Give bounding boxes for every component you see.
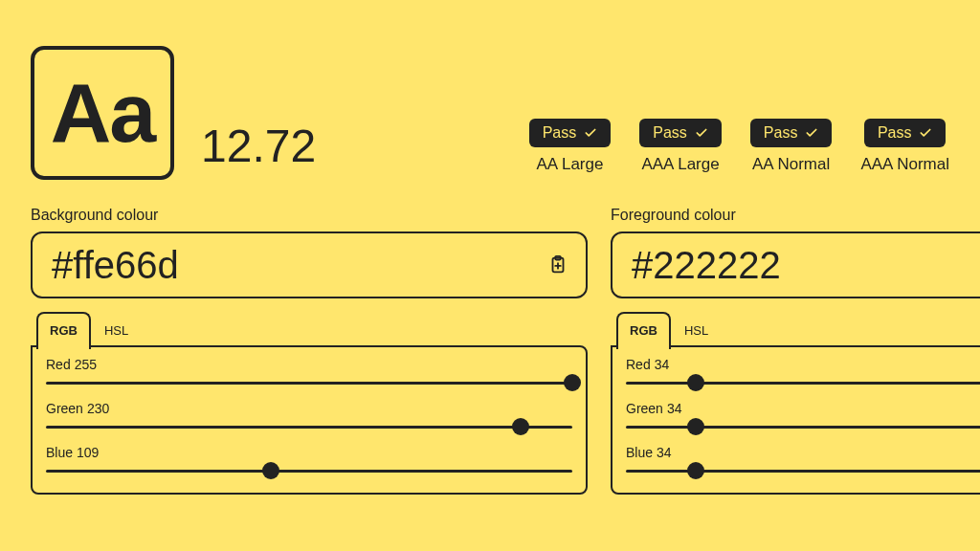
badge-status: Pass — [878, 124, 912, 142]
badge-aa-large: Pass — [529, 119, 612, 147]
slider-green[interactable] — [46, 418, 572, 435]
slider-value: 255 — [75, 357, 97, 372]
slider-value: 34 — [655, 357, 670, 372]
slider-label: Red — [626, 357, 651, 372]
slider-blue[interactable] — [626, 462, 980, 479]
contrast-ratio: 12.72 — [201, 120, 316, 172]
check-icon — [695, 126, 708, 140]
background-sliders: Red 255 Green 230 Blue 109 — [31, 345, 588, 495]
slider-label: Blue — [46, 445, 73, 460]
tab-hsl[interactable]: HSL — [671, 312, 722, 347]
clipboard-icon[interactable] — [547, 254, 568, 276]
foreground-hex-input[interactable] — [630, 243, 980, 288]
slider-value: 34 — [667, 401, 682, 416]
check-icon — [805, 126, 818, 140]
contrast-sample: Aa — [31, 46, 174, 180]
slider-red[interactable] — [626, 374, 980, 391]
badge-status: Pass — [764, 124, 798, 142]
badge-aaa-large: Pass — [639, 119, 722, 147]
foreground-label: Foreground colour — [611, 207, 980, 224]
slider-label: Blue — [626, 445, 653, 460]
badge-label: AAA Large — [641, 155, 719, 174]
slider-value: 109 — [77, 445, 99, 460]
tab-rgb[interactable]: RGB — [616, 312, 671, 349]
background-column: Background colour RGB HSL Red 255 Green … — [31, 207, 588, 495]
badge-aaa-normal: Pass — [864, 119, 947, 147]
slider-blue[interactable] — [46, 462, 572, 479]
foreground-sliders: Red 34 Green 34 Blue 34 — [611, 345, 980, 495]
tab-hsl[interactable]: HSL — [91, 312, 142, 347]
slider-label: Green — [626, 401, 663, 416]
tab-rgb[interactable]: RGB — [36, 312, 91, 349]
slider-green[interactable] — [626, 418, 980, 435]
background-hex-input[interactable] — [50, 243, 538, 288]
check-icon — [584, 126, 597, 140]
badge-label: AA Normal — [752, 155, 830, 174]
wcag-badges: Pass AA Large Pass AAA Large Pass AA Nor… — [529, 119, 949, 174]
badge-aa-normal: Pass — [750, 119, 833, 147]
slider-label: Green — [46, 401, 83, 416]
slider-red[interactable] — [46, 374, 572, 391]
badge-status: Pass — [653, 124, 687, 142]
slider-value: 230 — [87, 401, 109, 416]
check-icon — [919, 126, 932, 140]
foreground-column: Foreground colour RGB HSL Red 34 Green 3… — [611, 207, 980, 495]
background-label: Background colour — [31, 207, 588, 224]
badge-label: AA Large — [536, 155, 603, 174]
slider-value: 34 — [657, 445, 672, 460]
badge-status: Pass — [543, 124, 577, 142]
slider-label: Red — [46, 357, 71, 372]
badge-label: AAA Normal — [860, 155, 949, 174]
